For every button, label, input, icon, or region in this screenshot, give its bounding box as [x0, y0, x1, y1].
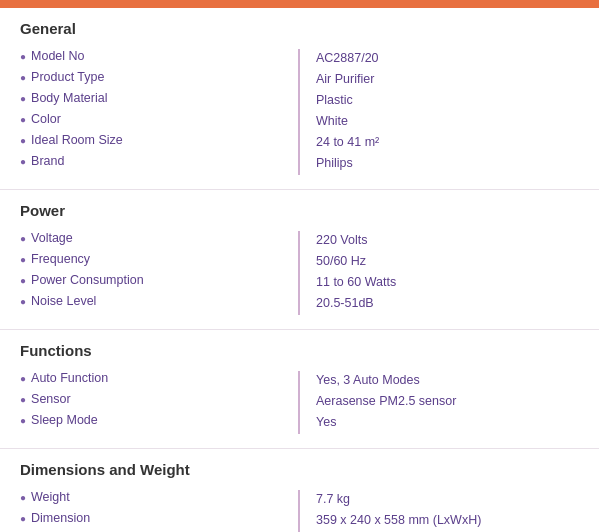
label-text-dimensions-0: Weight [31, 490, 70, 504]
label-row-general-1: ●Product Type [20, 70, 288, 88]
section-functions: Functions●Auto Function●Sensor●Sleep Mod… [0, 330, 599, 449]
label-text-general-4: Ideal Room Size [31, 133, 123, 147]
label-text-general-5: Brand [31, 154, 64, 168]
bullet-general-4: ● [20, 135, 26, 146]
value-general-1: Air Purifier [316, 70, 583, 88]
value-functions-1: Aerasense PM2.5 sensor [316, 392, 583, 410]
top-bar [0, 0, 599, 8]
value-functions-2: Yes [316, 413, 583, 431]
value-general-4: 24 to 41 m² [316, 133, 583, 151]
bullet-dimensions-0: ● [20, 492, 26, 503]
label-row-dimensions-0: ●Weight [20, 490, 288, 508]
label-row-general-3: ●Color [20, 112, 288, 130]
label-row-power-2: ●Power Consumption [20, 273, 288, 291]
label-row-functions-0: ●Auto Function [20, 371, 288, 389]
label-row-power-3: ●Noise Level [20, 294, 288, 312]
value-general-2: Plastic [316, 91, 583, 109]
label-text-functions-0: Auto Function [31, 371, 108, 385]
label-row-general-2: ●Body Material [20, 91, 288, 109]
label-text-power-0: Voltage [31, 231, 73, 245]
left-col-power: ●Voltage●Frequency●Power Consumption●Noi… [20, 231, 300, 315]
bullet-general-5: ● [20, 156, 26, 167]
label-row-power-1: ●Frequency [20, 252, 288, 270]
section-title-general: General [20, 20, 583, 41]
section-title-functions: Functions [20, 342, 583, 363]
label-row-power-0: ●Voltage [20, 231, 288, 249]
left-col-functions: ●Auto Function●Sensor●Sleep Mode [20, 371, 300, 434]
value-general-5: Philips [316, 154, 583, 172]
label-row-functions-2: ●Sleep Mode [20, 413, 288, 431]
value-power-0: 220 Volts [316, 231, 583, 249]
value-general-0: AC2887/20 [316, 49, 583, 67]
bullet-dimensions-1: ● [20, 513, 26, 524]
value-functions-0: Yes, 3 Auto Modes [316, 371, 583, 389]
section-title-power: Power [20, 202, 583, 223]
bullet-general-0: ● [20, 51, 26, 62]
label-text-general-0: Model No [31, 49, 85, 63]
label-text-dimensions-1: Dimension [31, 511, 90, 525]
label-text-functions-1: Sensor [31, 392, 71, 406]
bullet-power-1: ● [20, 254, 26, 265]
label-row-functions-1: ●Sensor [20, 392, 288, 410]
label-row-general-0: ●Model No [20, 49, 288, 67]
label-text-general-2: Body Material [31, 91, 107, 105]
value-power-1: 50/60 Hz [316, 252, 583, 270]
label-row-general-4: ●Ideal Room Size [20, 133, 288, 151]
left-col-dimensions: ●Weight●Dimension [20, 490, 300, 532]
section-content-functions: ●Auto Function●Sensor●Sleep ModeYes, 3 A… [20, 371, 583, 434]
right-col-general: AC2887/20Air PurifierPlasticWhite24 to 4… [300, 49, 583, 175]
right-col-dimensions: 7.7 kg359 x 240 x 558 mm (LxWxH) [300, 490, 583, 532]
section-general: General●Model No●Product Type●Body Mater… [0, 8, 599, 190]
bullet-power-2: ● [20, 275, 26, 286]
section-content-power: ●Voltage●Frequency●Power Consumption●Noi… [20, 231, 583, 315]
value-dimensions-0: 7.7 kg [316, 490, 583, 508]
bullet-general-2: ● [20, 93, 26, 104]
bullet-functions-0: ● [20, 373, 26, 384]
section-power: Power●Voltage●Frequency●Power Consumptio… [0, 190, 599, 330]
value-power-2: 11 to 60 Watts [316, 273, 583, 291]
label-text-power-3: Noise Level [31, 294, 96, 308]
bullet-general-1: ● [20, 72, 26, 83]
label-row-dimensions-1: ●Dimension [20, 511, 288, 529]
label-text-power-2: Power Consumption [31, 273, 144, 287]
value-general-3: White [316, 112, 583, 130]
left-col-general: ●Model No●Product Type●Body Material●Col… [20, 49, 300, 175]
section-dimensions: Dimensions and Weight●Weight●Dimension7.… [0, 449, 599, 532]
value-power-3: 20.5-51dB [316, 294, 583, 312]
right-col-functions: Yes, 3 Auto ModesAerasense PM2.5 sensorY… [300, 371, 583, 434]
label-text-power-1: Frequency [31, 252, 90, 266]
page-container: General●Model No●Product Type●Body Mater… [0, 0, 599, 532]
section-content-dimensions: ●Weight●Dimension7.7 kg359 x 240 x 558 m… [20, 490, 583, 532]
label-text-general-3: Color [31, 112, 61, 126]
bullet-power-0: ● [20, 233, 26, 244]
right-col-power: 220 Volts50/60 Hz11 to 60 Watts20.5-51dB [300, 231, 583, 315]
section-content-general: ●Model No●Product Type●Body Material●Col… [20, 49, 583, 175]
sections-container: General●Model No●Product Type●Body Mater… [0, 8, 599, 532]
value-dimensions-1: 359 x 240 x 558 mm (LxWxH) [316, 511, 583, 529]
bullet-functions-2: ● [20, 415, 26, 426]
bullet-power-3: ● [20, 296, 26, 307]
bullet-general-3: ● [20, 114, 26, 125]
bullet-functions-1: ● [20, 394, 26, 405]
label-row-general-5: ●Brand [20, 154, 288, 172]
label-text-functions-2: Sleep Mode [31, 413, 98, 427]
section-title-dimensions: Dimensions and Weight [20, 461, 583, 482]
label-text-general-1: Product Type [31, 70, 104, 84]
